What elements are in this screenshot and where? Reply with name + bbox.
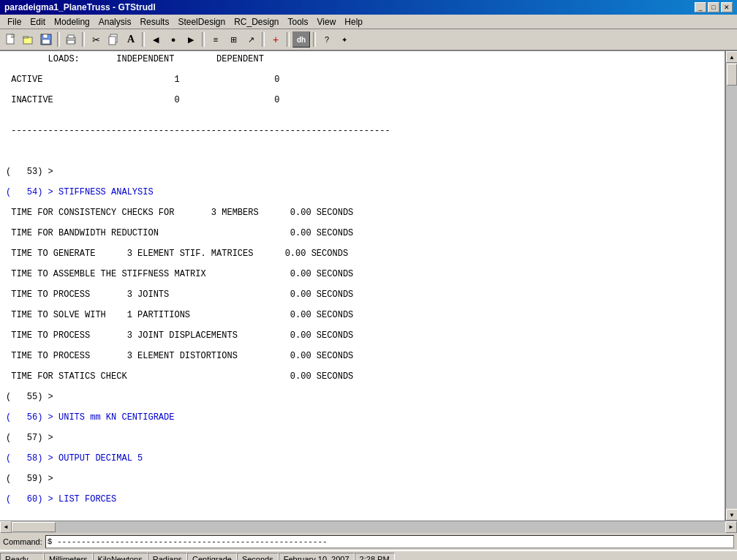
toolbar-sep4 <box>202 32 205 47</box>
maximize-button[interactable]: □ <box>708 2 719 12</box>
menu-rcdesign[interactable]: RC_Design <box>230 15 283 29</box>
toolbar-sep5 <box>262 32 265 47</box>
statusbar: Ready Millimeters KiloNewtons Radians Ce… <box>0 550 737 560</box>
menu-results[interactable]: Results <box>135 15 173 29</box>
vertical-scrollbar[interactable]: ▲ ▼ <box>725 51 737 521</box>
svg-rect-10 <box>109 37 116 45</box>
status-date: February 10, 2007 <box>279 553 355 560</box>
toolbar-cut[interactable]: ✂ <box>88 31 104 48</box>
scroll-down-button[interactable]: ▼ <box>726 509 737 521</box>
menu-tools[interactable]: Tools <box>284 15 313 29</box>
output-area[interactable]: LOADS: INDEPENDENT DEPENDENT ACTIVE 1 0 … <box>0 51 725 521</box>
status-seconds: Seconds <box>237 553 279 560</box>
toolbar-new[interactable] <box>3 31 19 48</box>
commandbar: Command: <box>0 532 737 550</box>
command-input[interactable] <box>45 535 734 548</box>
toolbar-dh[interactable]: dh <box>292 31 310 48</box>
hscroll-right-button[interactable]: ▶ <box>725 521 737 533</box>
toolbar-list[interactable]: ≡ <box>208 31 224 48</box>
main-area: LOADS: INDEPENDENT DEPENDENT ACTIVE 1 0 … <box>0 51 737 521</box>
toolbar-bold[interactable]: A <box>123 31 139 48</box>
toolbar-redo[interactable]: ▶ <box>183 31 199 48</box>
horizontal-scrollbar[interactable]: ◀ ▶ <box>0 521 737 532</box>
menu-file[interactable]: File <box>3 15 26 29</box>
toolbar-sep6 <box>287 32 290 47</box>
titlebar-controls: _ □ ✕ <box>695 2 733 12</box>
status-radians: Radians <box>148 553 187 560</box>
titlebar: paradeigma1_PlaneTruss - GTStrudl _ □ ✕ <box>0 0 737 15</box>
svg-rect-4 <box>43 34 48 38</box>
scroll-thumb[interactable] <box>727 64 737 86</box>
status-centigrade: Centigrade <box>187 553 237 560</box>
svg-rect-8 <box>67 40 75 44</box>
titlebar-title: paradeigma1_PlaneTruss - GTStrudl <box>4 2 156 12</box>
status-time: 2:28 PM <box>355 553 395 560</box>
menu-analysis[interactable]: Analysis <box>94 15 136 29</box>
menu-view[interactable]: View <box>313 15 341 29</box>
menu-steeldesign[interactable]: SteelDesign <box>173 15 230 29</box>
menubar: File Edit Modeling Analysis Results Stee… <box>0 15 737 29</box>
toolbar-help[interactable]: ? <box>319 31 335 48</box>
menu-help[interactable]: Help <box>340 15 367 29</box>
scroll-track[interactable] <box>726 63 737 509</box>
toolbar-copy[interactable] <box>105 31 121 48</box>
toolbar: ✂ A ◀ ● ▶ ≡ ⊞ ↗ + dh ? ✦ <box>0 29 737 51</box>
toolbar-open[interactable] <box>20 31 37 48</box>
minimize-button[interactable]: _ <box>695 2 706 12</box>
svg-rect-7 <box>68 35 74 38</box>
toolbar-arrow[interactable]: ↗ <box>243 31 259 48</box>
toolbar-sep7 <box>313 32 316 47</box>
hscroll-track[interactable] <box>12 521 725 533</box>
toolbar-stop[interactable]: ● <box>165 31 181 48</box>
command-label: Command: <box>3 537 42 546</box>
svg-rect-2 <box>23 37 28 38</box>
toolbar-sep2 <box>82 32 85 47</box>
svg-rect-5 <box>42 39 50 44</box>
toolbar-add[interactable]: + <box>268 31 284 48</box>
status-kilonewtons: KiloNewtons <box>93 553 148 560</box>
toolbar-print[interactable] <box>63 31 79 48</box>
close-button[interactable]: ✕ <box>721 2 733 12</box>
menu-modeling[interactable]: Modeling <box>50 15 94 29</box>
menu-edit[interactable]: Edit <box>26 15 50 29</box>
toolbar-sep3 <box>142 32 145 47</box>
toolbar-grid[interactable]: ⊞ <box>225 31 241 48</box>
toolbar-undo[interactable]: ◀ <box>148 31 164 48</box>
hscroll-left-button[interactable]: ◀ <box>0 521 12 533</box>
toolbar-sep1 <box>57 32 60 47</box>
toolbar-save[interactable] <box>38 31 54 48</box>
scroll-up-button[interactable]: ▲ <box>726 51 737 63</box>
status-millimeters: Millimeters <box>44 553 93 560</box>
hscroll-thumb[interactable] <box>12 522 56 532</box>
toolbar-about[interactable]: ✦ <box>336 31 352 48</box>
status-ready: Ready <box>0 553 44 560</box>
